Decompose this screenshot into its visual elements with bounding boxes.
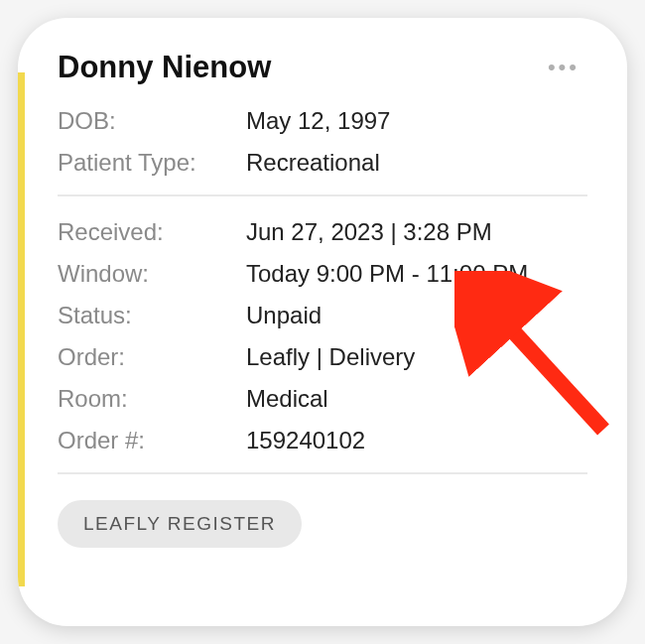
patient-type-row: Patient Type: Recreational — [58, 149, 587, 177]
received-value: Jun 27, 2023 | 3:28 PM — [246, 218, 492, 246]
received-label: Received: — [58, 218, 246, 246]
status-row: Status: Unpaid — [58, 302, 587, 329]
status-label: Status: — [58, 302, 246, 329]
card-header: Donny Nienow ••• — [58, 50, 587, 85]
order-number-value: 159240102 — [246, 427, 365, 454]
customer-name: Donny Nienow — [58, 50, 271, 85]
window-value: Today 9:00 PM - 11:00 PM — [246, 260, 528, 288]
status-value: Unpaid — [246, 302, 322, 329]
order-value: Leafly | Delivery — [246, 343, 415, 371]
order-number-label: Order #: — [58, 427, 246, 454]
divider — [58, 472, 587, 474]
customer-order-card: Donny Nienow ••• DOB: May 12, 1997 Patie… — [18, 18, 627, 626]
patient-type-label: Patient Type: — [58, 149, 246, 177]
window-row: Window: Today 9:00 PM - 11:00 PM — [58, 260, 587, 288]
dob-value: May 12, 1997 — [246, 107, 390, 135]
received-row: Received: Jun 27, 2023 | 3:28 PM — [58, 218, 587, 246]
order-number-row: Order #: 159240102 — [58, 427, 587, 454]
more-options-icon[interactable]: ••• — [540, 51, 587, 84]
dob-row: DOB: May 12, 1997 — [58, 107, 587, 135]
room-row: Room: Medical — [58, 385, 587, 413]
register-pill-button[interactable]: LEAFLY REGISTER — [58, 500, 302, 548]
order-row: Order: Leafly | Delivery — [58, 343, 587, 371]
patient-type-value: Recreational — [246, 149, 380, 177]
dob-label: DOB: — [58, 107, 246, 135]
status-accent-bar — [18, 72, 25, 586]
window-label: Window: — [58, 260, 246, 288]
order-label: Order: — [58, 343, 246, 371]
room-label: Room: — [58, 385, 246, 413]
room-value: Medical — [246, 385, 328, 413]
divider — [58, 194, 587, 196]
